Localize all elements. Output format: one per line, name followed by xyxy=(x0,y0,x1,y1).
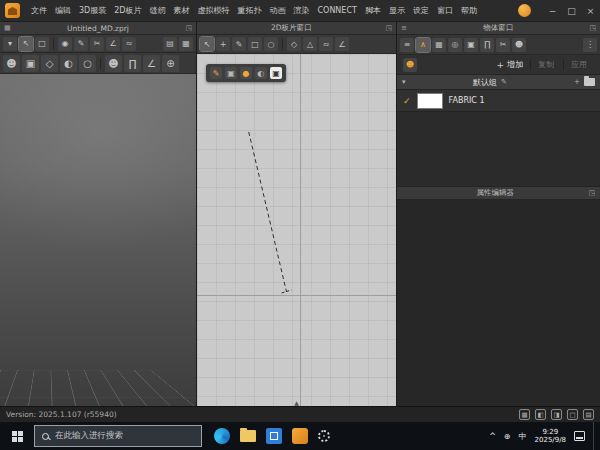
menu-3d-garment[interactable]: 3D服装 xyxy=(75,0,110,22)
3d-viewport[interactable] xyxy=(0,74,196,406)
panel2d-undock-icon[interactable]: ◳ xyxy=(385,24,392,32)
account-icon[interactable] xyxy=(518,4,531,17)
start-button[interactable] xyxy=(0,422,34,450)
capture-icon[interactable]: ▤ xyxy=(583,409,594,420)
menu-sewing[interactable]: 缝纫 xyxy=(146,0,170,22)
transform-pattern-icon[interactable]: ↖ xyxy=(200,37,214,51)
halftone-view-icon[interactable]: ◐ xyxy=(255,67,267,79)
garment-display-icon[interactable]: ▣ xyxy=(22,55,39,72)
circle-tool-icon[interactable]: ○ xyxy=(264,37,278,51)
menu-window[interactable]: 窗口 xyxy=(433,0,457,22)
rectangle-tool-icon[interactable]: □ xyxy=(248,37,262,51)
accessory-display-icon[interactable]: ○ xyxy=(79,55,96,72)
taskbar-search[interactable]: 在此输入进行搜索 xyxy=(34,425,202,447)
pen-tool-icon[interactable]: ✎ xyxy=(232,37,246,51)
close-button[interactable]: × xyxy=(581,0,600,21)
menu-2d-pattern[interactable]: 2D板片 xyxy=(110,0,145,22)
menu-animation[interactable]: 动画 xyxy=(266,0,290,22)
menu-retopology[interactable]: 重拓扑 xyxy=(234,0,266,22)
menu-render[interactable]: 渲染 xyxy=(290,0,314,22)
panel3d-undock-icon[interactable]: ◳ xyxy=(185,24,192,32)
action-center-icon[interactable] xyxy=(574,431,585,441)
default-group-row[interactable]: ▾ 默认组 ✎ + xyxy=(397,75,600,90)
fabric-check-icon[interactable]: ✓ xyxy=(403,96,411,106)
layout-right-icon[interactable]: ◨ xyxy=(551,409,562,420)
pose-icon[interactable]: ☻ xyxy=(105,55,122,72)
menu-material[interactable]: 素材 xyxy=(170,0,194,22)
world-icon[interactable]: ⊕ xyxy=(162,55,179,72)
simulate-dropdown-icon[interactable]: ▾ xyxy=(3,37,17,51)
measure-icon[interactable]: ∠ xyxy=(106,37,120,51)
menu-help[interactable]: 帮助 xyxy=(457,0,481,22)
edit-pattern-icon[interactable]: + xyxy=(216,37,230,51)
layout-full-icon[interactable]: □ xyxy=(567,409,578,420)
dart-tool-icon[interactable]: ◇ xyxy=(287,37,301,51)
list-view-icon[interactable]: ≡ xyxy=(400,38,414,52)
seam-tool-icon[interactable]: ≈ xyxy=(319,37,333,51)
layout-default-icon[interactable]: ▦ xyxy=(519,409,530,420)
tray-clock[interactable]: 9:29 2025/9/8 xyxy=(535,428,566,445)
box-select-icon[interactable]: □ xyxy=(35,37,49,51)
pin-icon[interactable]: ◉ xyxy=(58,37,72,51)
select-move-icon[interactable]: ↖ xyxy=(19,37,33,51)
fabric-swatch[interactable] xyxy=(417,93,443,109)
property-editor-body[interactable] xyxy=(397,200,600,406)
2d-canvas[interactable]: ✎ ▣ ● ◐ ▣ ▲ xyxy=(197,54,396,406)
notch-tool-icon[interactable]: △ xyxy=(303,37,317,51)
taskbar-explorer-icon[interactable] xyxy=(240,430,256,442)
minimize-button[interactable]: − xyxy=(543,0,562,21)
view-options-icon[interactable]: ▦ xyxy=(179,37,193,51)
sewing-tool-icon[interactable]: ✎ xyxy=(74,37,88,51)
maximize-button[interactable]: □ xyxy=(562,0,581,21)
property-editor-undock-icon[interactable]: ◳ xyxy=(588,189,595,197)
shirt-view-icon[interactable]: ▣ xyxy=(270,67,282,79)
fabric-view-icon[interactable]: ▣ xyxy=(225,67,237,79)
app-logo-icon[interactable] xyxy=(5,3,20,18)
object-window-undock-icon[interactable]: ◳ xyxy=(589,24,596,32)
folder-icon[interactable] xyxy=(584,78,595,86)
object-list-empty-area[interactable] xyxy=(397,112,600,186)
layout-left-icon[interactable]: ◧ xyxy=(535,409,546,420)
menu-settings[interactable]: 设定 xyxy=(409,0,433,22)
add-fabric-button[interactable]: + 增加 xyxy=(491,59,528,70)
object-list-icon[interactable]: ≡ xyxy=(401,24,407,32)
tray-network-icon[interactable]: ⊕ xyxy=(504,432,511,441)
scissors-icon[interactable]: ✂ xyxy=(90,37,104,51)
menu-file[interactable]: 文件 xyxy=(27,0,51,22)
avatar-display-icon[interactable]: ☻ xyxy=(3,55,20,72)
menu-avatar[interactable]: 虚拟模特 xyxy=(194,0,234,22)
garment-tab-icon[interactable]: ▣ xyxy=(464,38,478,52)
taskbar-md-icon[interactable] xyxy=(292,428,308,444)
taskbar-settings-icon[interactable] xyxy=(318,430,330,442)
fabric-list-icon[interactable]: ☻ xyxy=(403,58,417,72)
record-icon[interactable]: ● xyxy=(240,67,252,79)
tray-chevron-icon[interactable]: ^ xyxy=(489,432,496,441)
hair-display-icon[interactable]: ◐ xyxy=(60,55,77,72)
fabric-tab-icon[interactable]: ▦ xyxy=(432,38,446,52)
menu-script[interactable]: 脚本 xyxy=(361,0,385,22)
show-desktop-button[interactable] xyxy=(593,422,597,450)
button-tab-icon[interactable]: ◎ xyxy=(448,38,462,52)
more-tabs-icon[interactable]: ⋮ xyxy=(583,38,597,52)
measure-2d-icon[interactable]: ∠ xyxy=(335,37,349,51)
menu-edit[interactable]: 编辑 xyxy=(51,0,75,22)
taskbar-store-icon[interactable] xyxy=(266,428,282,444)
menu-display[interactable]: 显示 xyxy=(385,0,409,22)
measurement-icon[interactable]: ∠ xyxy=(143,55,160,72)
avatar-tab-icon[interactable]: ☻ xyxy=(512,38,526,52)
apply-fabric-button[interactable]: 应用 xyxy=(563,59,594,70)
snapshot-icon[interactable]: ▤ xyxy=(163,37,177,51)
shoes-display-icon[interactable]: ◇ xyxy=(41,55,58,72)
copy-fabric-button[interactable]: 复制 xyxy=(530,59,561,70)
tray-ime-indicator[interactable]: 中 xyxy=(519,431,527,442)
pants-tab-icon[interactable]: ∏ xyxy=(480,38,494,52)
add-group-icon[interactable]: + xyxy=(574,78,580,86)
hanger-icon[interactable]: ∧ xyxy=(416,38,430,52)
brush-icon[interactable]: ✎ xyxy=(210,67,222,79)
size-icon[interactable]: ∏ xyxy=(124,55,141,72)
rename-pencil-icon[interactable]: ✎ xyxy=(501,78,507,86)
collapse-caret-icon[interactable]: ▾ xyxy=(402,78,406,86)
flatten-icon[interactable]: ≈ xyxy=(122,37,136,51)
menu-connect[interactable]: CONNECT xyxy=(314,0,361,22)
taskbar-edge-icon[interactable] xyxy=(214,428,230,444)
